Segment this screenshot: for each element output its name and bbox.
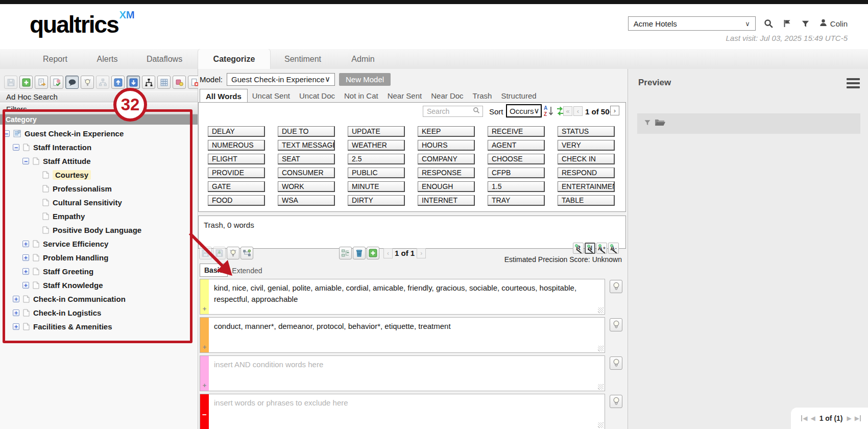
word-button-keep[interactable]: KEEP bbox=[418, 126, 475, 137]
copy-category-icon[interactable] bbox=[35, 76, 48, 89]
move-up-icon[interactable] bbox=[111, 76, 125, 89]
tree-item-staff-knowledge[interactable]: +Staff Knowledge bbox=[0, 278, 198, 292]
tree-item-facilities-amenities[interactable]: +Facilities & Amenities bbox=[0, 320, 198, 333]
save-all-icon[interactable] bbox=[213, 247, 226, 259]
rule-color-strip[interactable]: + bbox=[200, 356, 209, 391]
resize-handle-icon[interactable] bbox=[598, 346, 604, 351]
rules-prev-page-button[interactable]: ‹ bbox=[383, 248, 393, 258]
sort-az-icon[interactable]: AZ bbox=[544, 105, 554, 119]
rule-tab-extended[interactable]: Extended bbox=[228, 265, 266, 277]
categorize-tree-icon[interactable] bbox=[339, 247, 352, 259]
filters-header[interactable]: Filters bbox=[0, 103, 198, 114]
word-button-company[interactable]: COMPANY bbox=[418, 154, 475, 164]
words-first-page-button[interactable]: « bbox=[563, 106, 572, 116]
word-button-cfpb[interactable]: CFPB bbox=[488, 168, 545, 178]
word-button-response[interactable]: RESPONSE bbox=[418, 168, 475, 178]
tree-item-professionalism[interactable]: Professionalism bbox=[0, 182, 198, 196]
word-tab-uncat-sent[interactable]: Uncat Sent bbox=[248, 89, 295, 103]
word-tab-all-words[interactable]: All Words bbox=[200, 89, 248, 103]
word-button-food[interactable]: FOOD bbox=[208, 195, 265, 206]
nav-tab-sentiment[interactable]: Sentiment bbox=[274, 49, 332, 69]
tree-item-positive-body-language[interactable]: Positive Body Language bbox=[0, 223, 198, 237]
save-icon[interactable] bbox=[199, 247, 212, 259]
precision-a-minus-button[interactable]: A- bbox=[608, 243, 619, 254]
word-button-respond[interactable]: RESPOND bbox=[558, 168, 615, 178]
word-button-1-5[interactable]: 1.5 bbox=[488, 181, 545, 192]
tree-item-courtesy[interactable]: Courtesy bbox=[0, 168, 198, 182]
word-button-update[interactable]: UPDATE bbox=[348, 126, 405, 137]
tree-item-staff-greeting[interactable]: +Staff Greeting bbox=[0, 265, 198, 278]
word-button-enough[interactable]: ENOUGH bbox=[418, 181, 475, 192]
org-chart-icon[interactable] bbox=[96, 76, 109, 89]
table-view-icon[interactable] bbox=[157, 76, 171, 89]
word-search-input[interactable] bbox=[426, 107, 473, 116]
or-words-2-input[interactable]: conduct, manner*, demeanor, protocol, be… bbox=[209, 318, 605, 352]
tree-item-check-in-logistics[interactable]: +Check-in Logistics bbox=[0, 306, 198, 320]
word-tab-structured[interactable]: Structured bbox=[496, 89, 541, 103]
precision-r-button[interactable]: R bbox=[573, 243, 584, 254]
suggest-words-button[interactable] bbox=[610, 318, 622, 331]
resize-handle-icon[interactable] bbox=[598, 422, 604, 428]
tree-item-check-in-communication[interactable]: +Check-in Communication bbox=[0, 292, 198, 306]
word-button-wsa[interactable]: WSA bbox=[278, 195, 335, 206]
collapse-toggle-icon[interactable]: − bbox=[3, 130, 10, 137]
trash-icon[interactable] bbox=[353, 247, 366, 259]
word-tab-uncat-doc[interactable]: Uncat Doc bbox=[295, 89, 340, 103]
add-words-icon[interactable]: + bbox=[200, 343, 209, 351]
sort-select[interactable]: Occurs∨ bbox=[506, 104, 542, 117]
new-category-icon[interactable] bbox=[19, 76, 33, 89]
word-button-status[interactable]: STATUS bbox=[558, 126, 615, 137]
add-rule-icon[interactable] bbox=[367, 247, 379, 259]
collapse-toggle-icon[interactable]: − bbox=[22, 158, 29, 164]
collapse-toggle-icon[interactable]: − bbox=[13, 144, 19, 151]
suggest-words-button[interactable] bbox=[610, 280, 622, 293]
tree-item-cultural-sensitivity[interactable]: Cultural Sensitivity bbox=[0, 196, 198, 209]
word-button-table[interactable]: TABLE bbox=[558, 195, 615, 206]
tree-item-staff-interaction[interactable]: −Staff Interaction bbox=[0, 140, 198, 154]
word-button-very[interactable]: VERY bbox=[558, 140, 615, 151]
word-tab-trash[interactable]: Trash bbox=[468, 89, 497, 103]
tree-item-empathy[interactable]: Empathy bbox=[0, 209, 198, 223]
approve-category-icon[interactable] bbox=[50, 76, 63, 89]
new-model-button[interactable]: New Model bbox=[339, 73, 391, 86]
nav-tab-categorize[interactable]: Categorize bbox=[198, 49, 270, 69]
word-button-entertainment[interactable]: ENTERTAINMENT bbox=[558, 181, 615, 192]
search-icon[interactable] bbox=[764, 18, 774, 29]
tree-view-icon[interactable] bbox=[142, 76, 155, 89]
filter-icon[interactable] bbox=[644, 119, 651, 128]
nav-tab-admin[interactable]: Admin bbox=[337, 49, 389, 69]
words-next-page-button[interactable]: › bbox=[610, 106, 619, 115]
user-menu[interactable]: Colin bbox=[819, 18, 848, 29]
preview-first-page-button[interactable]: ◀ bbox=[801, 415, 807, 421]
word-button-text-message[interactable]: TEXT MESSAGE bbox=[278, 140, 335, 151]
precision-n-button[interactable]: N bbox=[585, 243, 595, 254]
word-tab-not-in-cat[interactable]: Not in Cat bbox=[340, 89, 383, 103]
word-button-numerous[interactable]: NUMEROUS bbox=[208, 140, 265, 151]
rule-color-strip[interactable]: − bbox=[200, 394, 209, 429]
flag-category-icon[interactable] bbox=[173, 76, 186, 89]
expand-toggle-icon[interactable]: + bbox=[13, 309, 19, 316]
word-button-2-5[interactable]: 2.5 bbox=[348, 154, 405, 164]
word-button-public[interactable]: PUBLIC bbox=[348, 168, 405, 178]
preview-prev-page-button[interactable]: ◀ bbox=[810, 415, 815, 421]
add-words-icon[interactable]: + bbox=[200, 305, 209, 313]
preview-last-page-button[interactable]: ▶ bbox=[855, 415, 861, 421]
word-button-work[interactable]: WORK bbox=[278, 181, 335, 192]
suggest-words-button[interactable] bbox=[610, 395, 622, 408]
expand-toggle-icon[interactable]: + bbox=[13, 296, 19, 302]
precision-a-plus-button[interactable]: A+ bbox=[596, 243, 607, 254]
word-button-provide[interactable]: PROVIDE bbox=[208, 168, 265, 178]
word-button-internet[interactable]: INTERNET bbox=[418, 195, 475, 206]
preview-next-page-button[interactable]: ▶ bbox=[847, 415, 852, 421]
word-button-gate[interactable]: GATE bbox=[208, 181, 265, 192]
exclude-words-icon[interactable]: − bbox=[200, 410, 209, 419]
words-prev-page-button[interactable]: ‹ bbox=[573, 106, 583, 116]
hamburger-menu-icon[interactable] bbox=[847, 78, 860, 88]
word-button-receive[interactable]: RECEIVE bbox=[488, 126, 545, 137]
tree-item-problem-handling[interactable]: +Problem Handling bbox=[0, 251, 198, 265]
resize-handle-icon[interactable] bbox=[598, 384, 604, 390]
comment-icon[interactable] bbox=[65, 76, 79, 89]
nav-tab-dataflows[interactable]: Dataflows bbox=[132, 49, 197, 69]
word-button-due-to[interactable]: DUE TO bbox=[278, 126, 335, 137]
save-icon[interactable] bbox=[4, 76, 17, 89]
